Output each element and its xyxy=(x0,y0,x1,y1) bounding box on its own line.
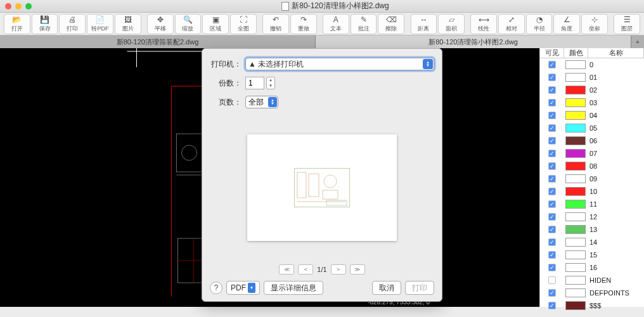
pdf-dropdown[interactable]: PDF ▼ xyxy=(226,281,260,295)
toolbar-erase-button[interactable]: ⌫擦除 xyxy=(378,14,404,34)
toolbar-open-button[interactable]: 📂打开 xyxy=(4,14,30,34)
layer-visible-checkbox[interactable]: ✓ xyxy=(540,289,564,297)
printer-dropdown[interactable]: ▲ 未选择打印机 ▲▼ xyxy=(245,58,434,70)
layer-color-swatch[interactable] xyxy=(565,212,586,221)
help-button[interactable]: ? xyxy=(210,281,222,294)
layer-visible-checkbox[interactable]: ✓ xyxy=(540,74,564,81)
layer-row[interactable]: ✓13 xyxy=(540,223,644,236)
toolbar-radius-button[interactable]: ◔半径 xyxy=(526,14,553,34)
layer-row[interactable]: ✓01 xyxy=(540,71,644,84)
tab[interactable]: 新80-120清理筛装配2.dwg xyxy=(0,36,316,48)
layer-row[interactable]: ✓06 xyxy=(540,134,644,147)
layer-visible-checkbox[interactable]: ✓ xyxy=(540,86,564,94)
layer-row[interactable]: ✓11 xyxy=(540,198,644,210)
prev-page-button[interactable]: < xyxy=(298,264,313,275)
layer-visible-checkbox[interactable]: ✓ xyxy=(540,150,564,157)
toolbar-print-button[interactable]: 🖨打印 xyxy=(59,14,86,34)
add-tab-button[interactable]: + xyxy=(631,36,644,48)
first-page-button[interactable]: ≪ xyxy=(279,264,294,275)
layer-row[interactable]: ✓03 xyxy=(540,96,644,109)
copies-input[interactable] xyxy=(245,77,264,89)
layer-row[interactable]: ✓0 xyxy=(540,58,644,71)
layer-row[interactable]: ✓16 xyxy=(540,261,644,274)
layer-color-swatch[interactable] xyxy=(565,149,586,158)
minimize-icon[interactable] xyxy=(15,3,22,10)
toolbar-angle-button[interactable]: ∠角度 xyxy=(553,14,580,34)
toolbar-dist-button[interactable]: ↔距离 xyxy=(411,14,437,34)
toolbar-save-button[interactable]: 💾保存 xyxy=(32,14,58,34)
layer-color-swatch[interactable] xyxy=(565,124,586,133)
layer-visible-checkbox[interactable] xyxy=(540,276,564,284)
layer-visible-checkbox[interactable]: ✓ xyxy=(540,99,564,107)
layer-color-swatch[interactable] xyxy=(565,86,586,94)
layer-visible-checkbox[interactable]: ✓ xyxy=(540,61,564,68)
layer-row[interactable]: ✓09 xyxy=(540,172,644,185)
toolbar-linear-button[interactable]: ⟷线性 xyxy=(470,14,497,34)
layer-visible-checkbox[interactable]: ✓ xyxy=(540,200,564,208)
toolbar-coord-button[interactable]: ⊹坐标 xyxy=(581,14,608,34)
layer-visible-checkbox[interactable]: ✓ xyxy=(540,188,564,195)
layer-color-swatch[interactable] xyxy=(565,73,586,82)
toolbar-undo-button[interactable]: ↶撤销 xyxy=(262,14,289,34)
layer-color-swatch[interactable] xyxy=(565,136,586,145)
layer-row[interactable]: ✓02 xyxy=(540,84,644,96)
layer-row[interactable]: ✓DEFPOINTS xyxy=(540,287,644,299)
layer-color-swatch[interactable] xyxy=(565,98,586,107)
toolbar-zoom-button[interactable]: 🔍缩放 xyxy=(175,14,202,34)
layer-row[interactable]: ✓07 xyxy=(540,147,644,160)
layer-row[interactable]: ✓10 xyxy=(540,185,644,198)
layer-color-swatch[interactable] xyxy=(565,301,586,310)
layer-color-swatch[interactable] xyxy=(565,60,586,69)
layer-visible-checkbox[interactable]: ✓ xyxy=(540,238,564,246)
close-icon[interactable] xyxy=(5,3,11,10)
toolbar-layers-button[interactable]: ☰图层 xyxy=(614,14,640,34)
toolbar-annotate-button[interactable]: ✎批注 xyxy=(351,14,377,34)
layer-visible-checkbox[interactable]: ✓ xyxy=(540,226,564,233)
layer-color-swatch[interactable] xyxy=(565,225,586,234)
toolbar-image-button[interactable]: 🖼图片 xyxy=(115,14,141,34)
toolbar-area-button[interactable]: ▱面积 xyxy=(438,14,465,34)
layer-row[interactable]: ✓08 xyxy=(540,160,644,172)
cancel-button[interactable]: 取消 xyxy=(372,281,401,295)
next-page-button[interactable]: > xyxy=(331,264,346,275)
toolbar-aligned-button[interactable]: ⤢相对 xyxy=(498,14,525,34)
layer-visible-checkbox[interactable]: ✓ xyxy=(540,213,564,221)
layer-visible-checkbox[interactable]: ✓ xyxy=(540,124,564,132)
layer-row[interactable]: HIDEN xyxy=(540,274,644,287)
layer-visible-checkbox[interactable]: ✓ xyxy=(540,251,564,259)
layer-visible-checkbox[interactable]: ✓ xyxy=(540,137,564,145)
layer-visible-checkbox[interactable]: ✓ xyxy=(540,264,564,271)
layer-color-swatch[interactable] xyxy=(565,238,586,247)
layer-visible-checkbox[interactable]: ✓ xyxy=(540,162,564,170)
layer-color-swatch[interactable] xyxy=(565,162,586,171)
print-button[interactable]: 打印 xyxy=(405,281,434,295)
layer-visible-checkbox[interactable]: ✓ xyxy=(540,175,564,183)
layer-row[interactable]: ✓$$$ xyxy=(540,299,644,312)
layer-color-swatch[interactable] xyxy=(565,111,586,120)
layer-color-swatch[interactable] xyxy=(565,288,586,297)
copies-stepper[interactable]: ▲▼ xyxy=(266,77,275,89)
details-button[interactable]: 显示详细信息 xyxy=(264,281,323,295)
layer-color-swatch[interactable] xyxy=(565,174,586,183)
layer-row[interactable]: ✓04 xyxy=(540,109,644,122)
layer-row[interactable]: ✓05 xyxy=(540,122,644,134)
layer-color-swatch[interactable] xyxy=(565,250,586,259)
toolbar-pan-button[interactable]: ✥平移 xyxy=(147,14,174,34)
toolbar-fit-button[interactable]: ⛶全图 xyxy=(230,14,257,34)
zoom-icon[interactable] xyxy=(25,3,32,10)
layer-color-swatch[interactable] xyxy=(565,187,586,196)
last-page-button[interactable]: ≫ xyxy=(350,264,365,275)
layer-visible-checkbox[interactable]: ✓ xyxy=(540,112,564,119)
toolbar-redo-button[interactable]: ↷重做 xyxy=(290,14,317,34)
layer-color-swatch[interactable] xyxy=(565,263,586,272)
toolbar-region-button[interactable]: ▣区域 xyxy=(202,14,229,34)
toolbar-topdf-button[interactable]: 📄转PDF xyxy=(87,14,113,34)
layer-row[interactable]: ✓12 xyxy=(540,210,644,223)
layer-visible-checkbox[interactable]: ✓ xyxy=(540,302,564,309)
layer-row[interactable]: ✓15 xyxy=(540,249,644,261)
layer-color-swatch[interactable] xyxy=(565,200,586,209)
layer-color-swatch[interactable] xyxy=(565,276,586,285)
pages-dropdown[interactable]: 全部 ▲▼ xyxy=(245,96,278,108)
layer-row[interactable]: ✓14 xyxy=(540,236,644,249)
tab[interactable]: 新80-120清理筛小样图2.dwg xyxy=(316,36,631,48)
